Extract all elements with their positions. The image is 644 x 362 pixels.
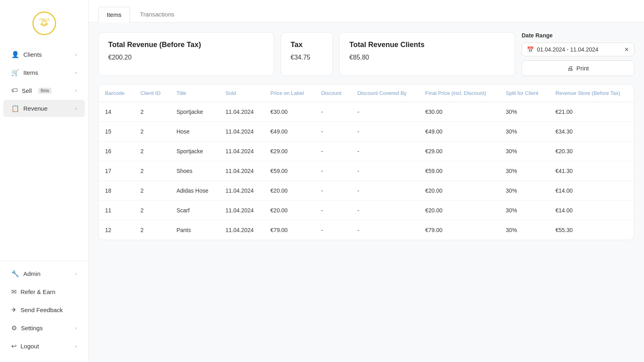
chevron-right-icon: ›: [75, 271, 77, 277]
cell-barcode: 15: [99, 122, 134, 142]
sidebar-item-items[interactable]: 🛒 Items ›: [3, 64, 85, 81]
cell-final_price: €20.00: [419, 201, 499, 220]
calendar-icon: 📅: [527, 46, 534, 53]
print-label: Print: [576, 65, 589, 72]
cell-title: Shoes: [170, 161, 219, 181]
cell-discount_covered_by: -: [351, 220, 419, 240]
cell-client_id: 2: [134, 201, 170, 220]
cell-price_on_label: €30.00: [264, 102, 315, 122]
date-range-value: 01.04.2024 - 11.04.2024: [537, 46, 599, 53]
clear-date-button[interactable]: ✕: [624, 46, 629, 53]
cell-discount: -: [315, 122, 351, 142]
sidebar-label-revenue: Revenue: [23, 105, 47, 112]
cell-discount: -: [315, 220, 351, 240]
cell-title: Hose: [170, 122, 219, 142]
cell-price_on_label: €20.00: [264, 181, 315, 201]
cell-barcode: 18: [99, 181, 134, 201]
cell-revenue_store: €41.30: [549, 161, 634, 181]
date-range-area: Date Range 📅 01.04.2024 - 11.04.2024 ✕ 🖨…: [522, 32, 634, 76]
sidebar: CIRCLE HAND 👤 Clients › 🛒 Items › 🏷 Sell…: [0, 0, 89, 362]
cell-sold: 11.04.2024: [219, 142, 264, 161]
sidebar-label-items: Items: [23, 69, 38, 76]
col-barcode: Barcode: [99, 84, 134, 102]
sidebar-item-send-feedback[interactable]: ✈ Send Feedback: [3, 301, 85, 319]
tax-card: Tax €34.75: [281, 32, 333, 76]
cell-title: Sportjacke: [170, 142, 219, 161]
table-row: 172Shoes11.04.2024€59.00--€59.0030%€41.3…: [99, 161, 634, 181]
cell-barcode: 14: [99, 102, 134, 122]
sidebar-label-refer-earn: Refer & Earn: [21, 288, 56, 295]
total-revenue-card: Total Revenue (Before Tax) €200.20: [98, 32, 274, 76]
table-row: 162Sportjacke11.04.2024€29.00--€29.0030%…: [99, 142, 634, 161]
cell-revenue_store: €21.00: [549, 102, 634, 122]
summary-top: Total Revenue (Before Tax) €200.20 Tax €…: [98, 32, 634, 76]
chevron-right-icon: ›: [75, 343, 77, 349]
cell-sold: 11.04.2024: [219, 181, 264, 201]
cell-discount_covered_by: -: [351, 102, 419, 122]
sidebar-label-settings: Settings: [21, 325, 43, 331]
cell-discount: -: [315, 201, 351, 220]
tab-transactions[interactable]: Transactions: [132, 6, 183, 22]
cell-revenue_store: €34.30: [549, 122, 634, 142]
sidebar-item-settings[interactable]: ⚙ Settings ›: [3, 319, 85, 337]
cell-sold: 11.04.2024: [219, 161, 264, 181]
sidebar-item-clients[interactable]: 👤 Clients ›: [3, 46, 85, 63]
logo-icon: CIRCLE HAND: [32, 11, 56, 35]
sidebar-item-logout[interactable]: ↩ Logout ›: [3, 337, 85, 355]
cell-price_on_label: €59.00: [264, 161, 315, 181]
send-feedback-icon: ✈: [11, 306, 17, 314]
revenue-icon: 📋: [11, 105, 19, 112]
table-row: 112Scarf11.04.2024€20.00--€20.0030%€14.0…: [99, 201, 634, 220]
chevron-right-icon: ›: [75, 52, 77, 58]
items-icon: 🛒: [11, 69, 19, 76]
table-row: 122Pants11.04.2024€79.00--€79.0030%€55.3…: [99, 220, 634, 240]
cell-split_for_client: 30%: [500, 201, 549, 220]
cell-client_id: 2: [134, 181, 170, 201]
cell-sold: 11.04.2024: [219, 122, 264, 142]
cell-discount: -: [315, 161, 351, 181]
cell-split_for_client: 30%: [500, 102, 549, 122]
cell-revenue_store: €20.30: [549, 142, 634, 161]
tax-value: €34.75: [291, 54, 323, 61]
chevron-right-icon: ›: [75, 106, 77, 111]
settings-icon: ⚙: [11, 324, 17, 332]
printer-icon: 🖨: [567, 65, 573, 72]
cell-split_for_client: 30%: [500, 122, 549, 142]
cell-client_id: 2: [134, 161, 170, 181]
total-clients-label: Total Revenue Clients: [349, 41, 505, 49]
tab-items[interactable]: Items: [98, 7, 130, 23]
sidebar-item-admin[interactable]: 🔧 Admin ›: [3, 265, 85, 282]
cell-sold: 11.04.2024: [219, 220, 264, 240]
cell-split_for_client: 30%: [500, 220, 549, 240]
cell-sold: 11.04.2024: [219, 102, 264, 122]
col-discount-covered-by: Discount Covered By: [351, 84, 419, 102]
date-range-input[interactable]: 📅 01.04.2024 - 11.04.2024 ✕: [522, 43, 634, 56]
total-revenue-label: Total Revenue (Before Tax): [108, 41, 264, 49]
col-discount: Discount: [315, 84, 351, 102]
cell-final_price: €30.00: [419, 102, 499, 122]
col-final-price: Final Price (incl. Discount): [419, 84, 499, 102]
cell-final_price: €20.00: [419, 181, 499, 201]
svg-text:HAND: HAND: [40, 23, 48, 26]
cell-revenue_store: €14.00: [549, 181, 634, 201]
cell-discount_covered_by: -: [351, 181, 419, 201]
cell-title: Sportjacke: [170, 102, 219, 122]
cell-final_price: €79.00: [419, 220, 499, 240]
sidebar-item-refer-earn[interactable]: ✉ Refer & Earn: [3, 283, 85, 300]
col-revenue-store: Revenue Store (Before Tax): [549, 84, 634, 102]
print-button[interactable]: 🖨 Print: [522, 60, 634, 76]
table-row: 142Sportjacke11.04.2024€30.00--€30.0030%…: [99, 102, 634, 122]
page-content: Total Revenue (Before Tax) €200.20 Tax €…: [89, 23, 644, 362]
sidebar-label-send-feedback: Send Feedback: [21, 306, 63, 313]
date-range-label: Date Range: [522, 32, 634, 39]
sidebar-item-sell[interactable]: 🏷 Sell Beta ›: [3, 82, 85, 99]
chevron-right-icon: ›: [75, 70, 77, 76]
sidebar-label-logout: Logout: [21, 343, 39, 350]
clients-icon: 👤: [11, 51, 19, 58]
items-table: Barcode Client ID Title Sold Price on La…: [98, 84, 634, 240]
col-sold: Sold: [219, 84, 264, 102]
chevron-right-icon: ›: [75, 88, 77, 93]
sidebar-item-revenue[interactable]: 📋 Revenue ›: [3, 100, 85, 117]
admin-icon: 🔧: [11, 270, 19, 278]
cell-client_id: 2: [134, 220, 170, 240]
